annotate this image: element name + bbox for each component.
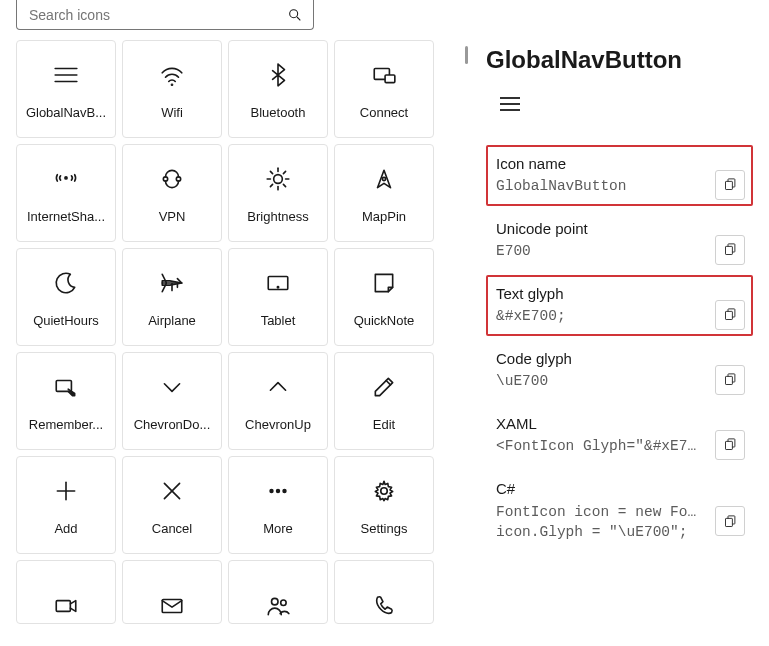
- tile-label: ChevronUp: [233, 417, 323, 433]
- icon-grid: GlobalNavB...WifiBluetoothConnectInterne…: [16, 40, 450, 646]
- tile-label: Settings: [339, 521, 429, 537]
- tile-label: QuickNote: [339, 313, 429, 329]
- tile-label: MapPin: [339, 209, 429, 225]
- tile-map-pin[interactable]: MapPin: [334, 144, 434, 242]
- tile-label: Edit: [339, 417, 429, 433]
- tile-label: Brightness: [233, 209, 323, 225]
- field-codeGlyph: Code glyph\uE700: [486, 340, 753, 401]
- tile-label: Connect: [339, 105, 429, 121]
- field-label: Text glyph: [496, 285, 743, 302]
- field-textGlyph: Text glyph&#xE700;: [486, 275, 753, 336]
- tile-mail[interactable]: Mail: [122, 560, 222, 624]
- bluetooth-icon: [233, 59, 323, 91]
- tile-vpn[interactable]: VPN: [122, 144, 222, 242]
- airplane-icon: [127, 267, 217, 299]
- tile-internet-sharing[interactable]: InternetSha...: [16, 144, 116, 242]
- field-label: C#: [496, 480, 743, 497]
- tile-add[interactable]: Add: [16, 456, 116, 554]
- tile-brightness[interactable]: Brightness: [228, 144, 328, 242]
- field-iconName: Icon nameGlobalNavButton: [486, 145, 753, 206]
- tile-wifi[interactable]: Wifi: [122, 40, 222, 138]
- tile-label: Remember...: [21, 417, 111, 433]
- tile-label: InternetSha...: [21, 209, 111, 225]
- copy-button[interactable]: [715, 235, 745, 265]
- more-icon: [233, 475, 323, 507]
- phone-icon: [339, 593, 429, 619]
- chevron-up-icon: [233, 371, 323, 403]
- field-label: Unicode point: [496, 220, 743, 237]
- preview-global-nav-button-icon: [490, 92, 753, 119]
- quiet-hours-icon: [21, 267, 111, 299]
- tile-phone[interactable]: Phone: [334, 560, 434, 624]
- field-value: \uE700: [496, 373, 743, 389]
- tile-label: Bluetooth: [233, 105, 323, 121]
- tile-label: Tablet: [233, 313, 323, 329]
- field-label: Icon name: [496, 155, 743, 172]
- edit-icon: [339, 371, 429, 403]
- field-unicode: Unicode pointE700: [486, 210, 753, 271]
- chevron-down-icon: [127, 371, 217, 403]
- tile-remember[interactable]: Remember...: [16, 352, 116, 450]
- global-nav-button-icon: [21, 59, 111, 91]
- search-icon: [287, 7, 303, 23]
- quick-note-icon: [339, 267, 429, 299]
- field-value: FontIcon icon = new Font… icon.Glyph = "…: [496, 503, 743, 542]
- brightness-icon: [233, 163, 323, 195]
- wifi-icon: [127, 59, 217, 91]
- copy-button[interactable]: [715, 300, 745, 330]
- details-title: GlobalNavButton: [486, 46, 753, 74]
- remember-icon: [21, 371, 111, 403]
- resize-handle[interactable]: [464, 40, 468, 646]
- tile-video[interactable]: Video: [16, 560, 116, 624]
- map-pin-icon: [339, 163, 429, 195]
- copy-button[interactable]: [715, 365, 745, 395]
- add-icon: [21, 475, 111, 507]
- tablet-icon: [233, 267, 323, 299]
- tile-quiet-hours[interactable]: QuietHours: [16, 248, 116, 346]
- settings-icon: [339, 475, 429, 507]
- video-icon: [21, 593, 111, 619]
- tile-edit[interactable]: Edit: [334, 352, 434, 450]
- field-xaml: XAML<FontIcon Glyph="&#xE700…: [486, 405, 753, 466]
- copy-button[interactable]: [715, 170, 745, 200]
- field-csharp: C#FontIcon icon = new Font… icon.Glyph =…: [486, 470, 753, 554]
- tile-chevron-down[interactable]: ChevronDo...: [122, 352, 222, 450]
- tile-label: VPN: [127, 209, 217, 225]
- search-input[interactable]: [27, 6, 287, 24]
- tile-label: Wifi: [127, 105, 217, 121]
- search-box[interactable]: [16, 0, 314, 30]
- tile-people[interactable]: People: [228, 560, 328, 624]
- field-value: <FontIcon Glyph="&#xE700…: [496, 438, 743, 454]
- cancel-icon: [127, 475, 217, 507]
- tile-more[interactable]: More: [228, 456, 328, 554]
- vpn-icon: [127, 163, 217, 195]
- tile-label: Airplane: [127, 313, 217, 329]
- tile-label: Cancel: [127, 521, 217, 537]
- tile-bluetooth[interactable]: Bluetooth: [228, 40, 328, 138]
- mail-icon: [127, 593, 217, 619]
- field-value: E700: [496, 243, 743, 259]
- tile-settings[interactable]: Settings: [334, 456, 434, 554]
- people-icon: [233, 593, 323, 619]
- tile-label: More: [233, 521, 323, 537]
- connect-icon: [339, 59, 429, 91]
- copy-button[interactable]: [715, 430, 745, 460]
- tile-quick-note[interactable]: QuickNote: [334, 248, 434, 346]
- field-label: Code glyph: [496, 350, 743, 367]
- tile-cancel[interactable]: Cancel: [122, 456, 222, 554]
- internet-sharing-icon: [21, 163, 111, 195]
- tile-label: Add: [21, 521, 111, 537]
- tile-connect[interactable]: Connect: [334, 40, 434, 138]
- field-value: GlobalNavButton: [496, 178, 743, 194]
- field-label: XAML: [496, 415, 743, 432]
- tile-airplane[interactable]: Airplane: [122, 248, 222, 346]
- tile-label: GlobalNavB...: [21, 105, 111, 121]
- tile-label: ChevronDo...: [127, 417, 217, 433]
- field-value: &#xE700;: [496, 308, 743, 324]
- details-panel: GlobalNavButton Icon nameGlobalNavButton…: [482, 40, 757, 646]
- tile-chevron-up[interactable]: ChevronUp: [228, 352, 328, 450]
- copy-button[interactable]: [715, 506, 745, 536]
- tile-global-nav-button[interactable]: GlobalNavB...: [16, 40, 116, 138]
- tile-label: QuietHours: [21, 313, 111, 329]
- tile-tablet[interactable]: Tablet: [228, 248, 328, 346]
